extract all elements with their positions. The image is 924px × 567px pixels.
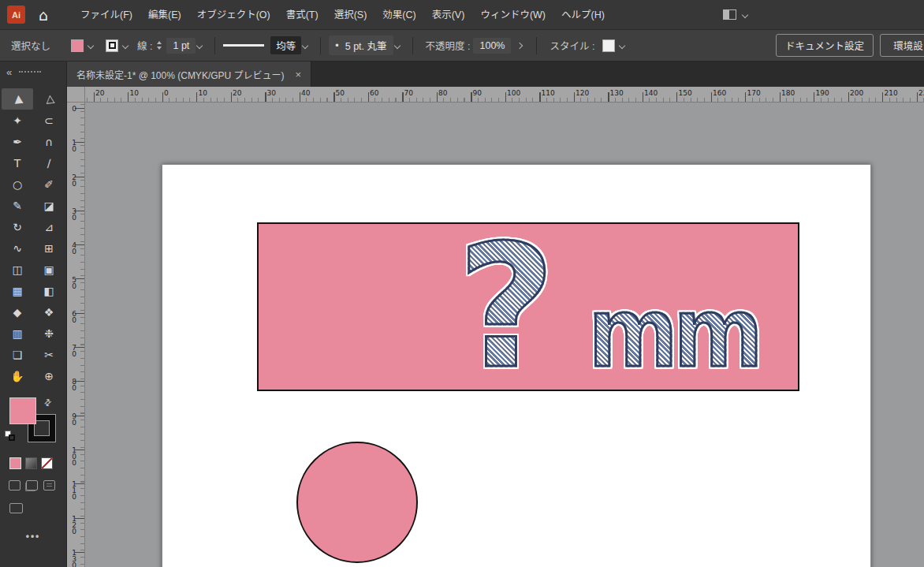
canvas[interactable]: ? mm [85, 103, 924, 567]
gradient-mode-button[interactable] [25, 457, 37, 469]
symbol-sprayer-tool[interactable]: ❉ [33, 323, 65, 344]
ruler-label: 130 [70, 549, 78, 567]
color-mode-button[interactable] [9, 457, 21, 469]
ruler-label: 60 [70, 310, 78, 323]
default-fill-stroke-icon[interactable] [5, 431, 16, 442]
selection-tool[interactable]: ▶ [2, 88, 33, 110]
draw-normal-button[interactable] [9, 480, 20, 491]
free-transform-tool[interactable]: ⊞ [33, 237, 65, 259]
home-button[interactable]: ⌂ [30, 0, 57, 30]
width-tool[interactable]: ∿ [2, 237, 33, 259]
stepper-up-icon[interactable] [157, 41, 162, 44]
menu-item[interactable]: ヘルプ(H) [553, 0, 613, 30]
tab-close-button[interactable]: × [296, 69, 302, 80]
draw-behind-button[interactable] [26, 480, 38, 491]
workspace-grid-icon [723, 9, 736, 20]
divider [320, 37, 321, 54]
fill-color-swatch[interactable] [71, 39, 84, 52]
column-graph-tool[interactable]: ▥ [2, 323, 33, 344]
measurement-text[interactable]: ? mm [457, 224, 759, 390]
stepper-down-icon[interactable] [157, 47, 162, 50]
opacity-input[interactable]: 100% [473, 38, 511, 54]
menu-item[interactable]: オブジェクト(O) [189, 0, 278, 30]
preferences-button[interactable]: 環境設 [880, 34, 924, 57]
pen-tool[interactable]: ✒ [2, 131, 33, 152]
pink-rectangle[interactable]: ? mm [257, 222, 799, 391]
rotate-tool[interactable]: ↻ [2, 216, 33, 237]
ruler-label: 130 [610, 89, 624, 97]
stroke-ring-icon [109, 42, 116, 49]
opacity-panel-arrow-icon[interactable] [516, 42, 523, 48]
ruler-label: 0 [164, 89, 169, 97]
horizontal-ruler[interactable]: 2010010203040506070809010011012013014015… [85, 87, 924, 103]
slice-tool[interactable]: ✂ [33, 344, 65, 365]
brush-dropdown-icon[interactable] [393, 42, 400, 48]
draw-inside-button[interactable] [43, 480, 55, 491]
style-label: スタイル : [550, 38, 594, 53]
hand-tool[interactable]: ✋ [2, 365, 33, 386]
magic-wand-tool[interactable]: ✦ [2, 110, 33, 131]
artboard-tool[interactable]: ❏ [2, 344, 33, 365]
home-icon: ⌂ [39, 6, 48, 24]
lasso-tool[interactable]: ⊂ [33, 110, 65, 131]
ruler-label: 90 [70, 412, 78, 425]
none-mode-button[interactable] [41, 457, 53, 469]
type-tool[interactable]: T [2, 152, 33, 173]
vertical-ruler[interactable]: 0102030405060708090100110120130 [67, 103, 85, 567]
swap-fill-stroke-icon[interactable]: ⇄ [42, 397, 54, 409]
menu-item[interactable]: 表示(V) [424, 0, 473, 30]
direct-selection-tool[interactable]: ▷ [33, 88, 65, 110]
zoom-tool[interactable]: ⊕ [33, 365, 65, 386]
menu-item[interactable]: ファイル(F) [73, 0, 140, 30]
fill-color-well[interactable] [9, 397, 36, 424]
brush-definition-select[interactable]: • 5 pt. 丸筆 [329, 35, 393, 55]
ruler-label: 150 [679, 89, 692, 97]
line-segment-tool[interactable]: ∕ [33, 152, 65, 173]
ruler-corner [67, 87, 85, 103]
menu-bar: Ai ⌂ ファイル(F)編集(E)オブジェクト(O)書式(T)選択(S)効果(C… [0, 0, 924, 30]
style-swatch[interactable] [602, 39, 615, 52]
menu-item[interactable]: 効果(C) [374, 0, 423, 30]
ruler-label: 10 [199, 89, 207, 97]
style-dropdown-icon[interactable] [619, 42, 625, 48]
scale-tool[interactable]: ⊿ [33, 216, 65, 237]
eyedropper-tool[interactable]: ◆ [2, 301, 33, 323]
ellipse-tool[interactable]: ○ [2, 173, 33, 195]
pink-circle[interactable] [296, 442, 418, 563]
panel-grip[interactable] [19, 71, 41, 73]
edit-toolbar-button[interactable]: ••• [0, 531, 66, 542]
collapse-panel-icon[interactable]: « [6, 66, 12, 78]
menu-item[interactable]: 書式(T) [278, 0, 326, 30]
stroke-profile-dropdown-icon[interactable] [302, 42, 308, 48]
shape-builder-tool[interactable]: ◫ [2, 259, 33, 280]
paintbrush-tool[interactable]: ✐ [33, 173, 65, 195]
screen-mode-button[interactable] [9, 503, 23, 513]
fill-dropdown-chevron-icon[interactable] [88, 42, 94, 48]
stroke-weight-stepper[interactable] [157, 41, 162, 50]
default-stroke-square [9, 435, 15, 441]
menu-item[interactable]: 編集(E) [140, 0, 189, 30]
eraser-tool[interactable]: ◪ [33, 195, 65, 216]
ruler-label: 110 [542, 89, 555, 97]
stroke-weight-input[interactable]: 1 pt [166, 38, 196, 54]
menu-bar-items: ファイル(F)編集(E)オブジェクト(O)書式(T)選択(S)効果(C)表示(V… [73, 0, 613, 30]
stroke-weight-dropdown-icon[interactable] [196, 42, 203, 48]
stroke-dropdown-chevron-icon[interactable] [122, 42, 129, 48]
ruler-label: 40 [70, 241, 78, 254]
menu-item[interactable]: 選択(S) [326, 0, 375, 30]
document-setup-button[interactable]: ドキュメント設定 [776, 34, 874, 57]
mesh-tool[interactable]: ▦ [2, 280, 33, 301]
fill-stroke-widget: ⇄ [0, 397, 66, 443]
gradient-tool[interactable]: ◧ [33, 280, 65, 301]
illustrator-logo[interactable]: Ai [7, 6, 25, 24]
curvature-tool[interactable]: ∩ [33, 131, 65, 152]
live-paint-bucket-tool[interactable]: ▣ [33, 259, 65, 280]
workspace-switcher[interactable] [723, 9, 747, 20]
ruler-label: 140 [644, 89, 658, 97]
artboard[interactable]: ? mm [162, 164, 871, 567]
document-tab[interactable]: 名称未設定-1* @ 100% (CMYK/GPU プレビュー) × [67, 62, 311, 87]
menu-item[interactable]: ウィンドウ(W) [472, 0, 553, 30]
stroke-color-swatch[interactable] [106, 39, 118, 52]
shaper-tool[interactable]: ✎ [2, 195, 33, 216]
blend-tool[interactable]: ❖ [33, 301, 65, 323]
